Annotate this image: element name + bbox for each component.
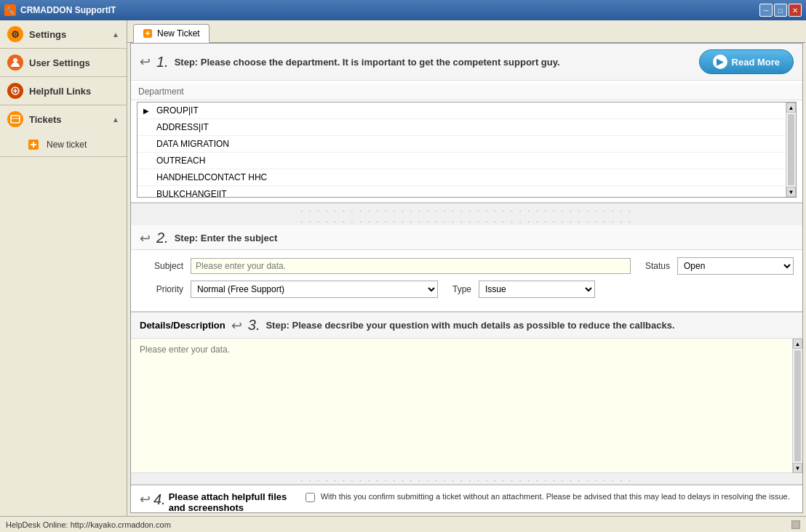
step2-header: ↩ 2. Step: Enter the subject [131,225,802,250]
step4-title-area: ↩ 4. Please attach helpfull files and sc… [140,491,300,513]
step1-header: ↩ 1. Step: Please choose the department.… [131,44,802,81]
title-bar-controls: ─ □ ✕ [759,4,802,17]
sidebar-item-links[interactable]: Helpfull Links [0,77,127,105]
tab-new-ticket[interactable]: New Ticket [133,24,210,43]
new-ticket-icon [26,137,41,152]
tab-bar: New Ticket [127,20,806,43]
user-settings-label: User Settings [29,57,90,68]
dept-scroll-thumb[interactable] [788,114,794,185]
dept-name: DATA MIGRATION [156,139,229,149]
tab-label: New Ticket [157,28,200,39]
subject-row: Subject Status Open Closed Pending [140,257,794,275]
type-label: Type [452,284,471,294]
svg-point-0 [13,58,17,63]
status-text: HelpDesk Online: http://kayako.crmaddon.… [6,520,171,529]
subject-label: Subject [140,261,183,271]
step2-arrow-icon: ↩ [140,230,151,246]
textarea-scroll-down[interactable]: ▼ [793,463,802,473]
priority-row: Priority Normal (Free Support) High Low … [140,281,794,298]
settings-collapse-icon: ▲ [112,31,119,39]
priority-select[interactable]: Normal (Free Support) High Low [191,281,438,298]
dept-name: ADDRESS|IT [156,122,209,132]
step4-header: ↩ 4. Please attach helpfull files and sc… [140,491,794,513]
sidebar-section-links: Helpfull Links [0,77,127,105]
details-label: Details/Description [140,320,226,331]
step4-arrow-icon: ↩ [140,491,151,507]
maximize-button[interactable]: □ [774,4,787,17]
tickets-label: Tickets [29,114,62,125]
read-more-button[interactable]: ▶ Read More [699,49,794,74]
dept-row-arrow: ▶ [143,107,152,115]
sidebar-item-tickets[interactable]: Tickets ▲ [0,105,127,133]
priority-label: Priority [140,284,183,294]
sidebar-section-settings: ⚙ Settings ▲ [0,20,127,49]
resize-handle[interactable] [791,520,800,529]
sidebar-settings-label: Settings [29,29,66,40]
minimize-button[interactable]: ─ [759,4,773,17]
sidebar-item-user-settings[interactable]: User Settings [0,49,127,76]
dept-name: GROUP|IT [156,105,199,116]
dept-row-hhc[interactable]: HANDHELDCONTACT HHC [137,169,786,186]
app-icon: 🔧 [4,4,16,16]
step3-number: 3. [248,317,260,334]
textarea-container: ▲ ▼ [131,339,802,473]
no-attachment-checkbox[interactable] [306,493,315,502]
tickets-icon [7,111,23,127]
divider3: . . . . . . . . . . . . . . . . . . . . … [131,473,802,484]
dept-name: BULKCHANGE|IT [156,189,226,197]
user-settings-icon [7,55,23,70]
sidebar-section-tickets: Tickets ▲ New ticket [0,105,127,157]
department-section: Department ▶ GROUP|IT ADDRESS|IT [131,81,802,203]
sidebar-item-new-ticket[interactable]: New ticket [0,133,127,156]
content-area: New Ticket ↩ 1. Step: Please choose the … [127,20,806,516]
dept-scrollbar: ▲ ▼ [786,102,796,197]
details-textarea[interactable] [131,339,792,473]
subject-input[interactable] [191,258,631,274]
tab-icon [143,28,153,39]
dept-list: ▶ GROUP|IT ADDRESS|IT DATA MIGRATION [137,102,786,197]
dept-name: OUTREACH [156,156,205,166]
settings-icon: ⚙ [7,26,23,42]
type-select[interactable]: Issue Question Feature [479,281,595,298]
new-ticket-label: New ticket [47,140,87,150]
dept-row-outreach[interactable]: OUTREACH [137,153,786,169]
read-more-icon: ▶ [713,55,727,69]
dept-row-data-migration[interactable]: DATA MIGRATION [137,136,786,153]
step2-text: Step: Enter the subject [175,233,278,243]
divider1: . . . . . . . . . . . . . . . . . . . . … [131,203,802,214]
tickets-collapse-icon: ▲ [112,116,119,124]
status-select[interactable]: Open Closed Pending [677,257,794,275]
svg-rect-2 [11,116,20,123]
links-label: Helpfull Links [29,86,91,97]
dept-scroll-up[interactable]: ▲ [786,102,796,113]
dept-row-group-it[interactable]: ▶ GROUP|IT [137,102,786,119]
close-button[interactable]: ✕ [789,4,802,17]
app-container: ⚙ Settings ▲ User Settings [0,20,806,532]
sidebar-item-settings[interactable]: ⚙ Settings ▲ [0,20,127,48]
dept-row-address-it[interactable]: ADDRESS|IT [137,119,786,136]
textarea-scroll-thumb[interactable] [794,350,801,462]
read-more-label: Read More [732,57,780,68]
sidebar-section-user: User Settings [0,49,127,77]
step1-arrow-icon: ↩ [140,54,151,70]
step1-number: 1. [156,54,169,70]
form-content: ↩ 1. Step: Please choose the department.… [130,43,803,513]
step4-number: 4. [153,491,166,508]
status-bar: HelpDesk Online: http://kayako.crmaddon.… [0,516,806,532]
sidebar: ⚙ Settings ▲ User Settings [0,20,127,516]
step3-section: Details/Description ↩ 3. Step: Please de… [131,313,802,485]
step2-form: Subject Status Open Closed Pending Prior… [131,250,802,313]
checkbox-text: With this you confirm submitting a ticke… [321,491,790,502]
textarea-scroll-up[interactable]: ▲ [793,339,802,349]
main-area: ⚙ Settings ▲ User Settings [0,20,806,516]
links-icon [7,83,23,99]
dept-scroll-down[interactable]: ▼ [786,187,796,197]
title-bar: 🔧 CRMADDON SupportIT ─ □ ✕ [0,0,806,20]
step1-text: Step: Please choose the department. It i… [175,57,560,68]
step3-header: Details/Description ↩ 3. Step: Please de… [131,313,802,339]
dept-label: Department [131,84,802,100]
dept-row-bulkchange[interactable]: BULKCHANGE|IT [137,186,786,197]
step4-section: ↩ 4. Please attach helpfull files and sc… [131,485,802,513]
app-title: CRMADDON SupportIT [20,5,116,15]
title-bar-left: 🔧 CRMADDON SupportIT [4,4,116,16]
